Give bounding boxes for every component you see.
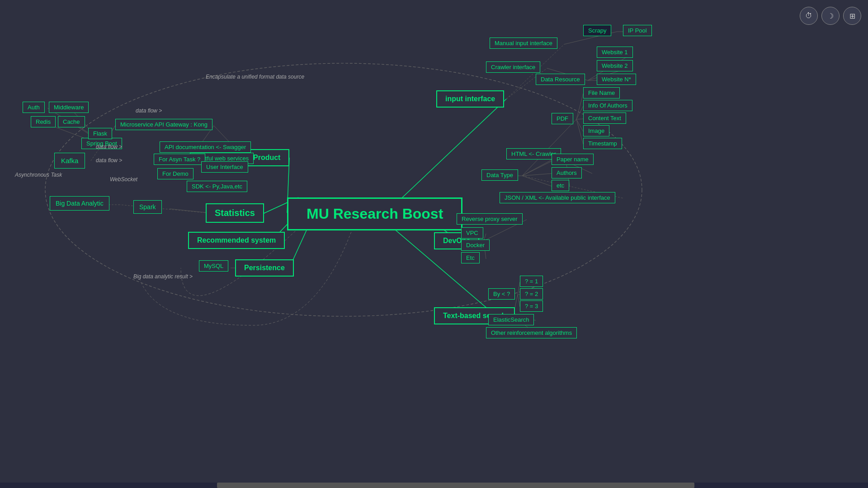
toolbar: ⏱ ☽ ⊞ <box>800 7 861 25</box>
json-xml-node[interactable]: JSON / XML <- Available public interface <box>500 192 615 203</box>
gateway-node[interactable]: Microservice API Gateway : Kong <box>115 119 212 130</box>
data-flow1-label: data flow > <box>136 108 162 114</box>
statistics-node[interactable]: Statistics <box>206 203 264 223</box>
svg-line-40 <box>522 174 552 176</box>
svg-line-33 <box>576 119 583 119</box>
flask-node[interactable]: Flask <box>88 128 112 139</box>
for-asyn-node[interactable]: For Asyn Task ? <box>154 154 205 165</box>
svg-line-34 <box>576 119 583 131</box>
docker-node[interactable]: Docker <box>461 239 490 251</box>
ip-pool-node[interactable]: IP Pool <box>623 25 652 36</box>
recommended-node[interactable]: Recommended system <box>188 232 285 249</box>
website2-node[interactable]: Website 2 <box>597 60 633 71</box>
websocket-label: WebSocket <box>110 176 137 183</box>
etc-node[interactable]: etc <box>552 180 569 191</box>
q1-node[interactable]: ? = 1 <box>520 276 543 287</box>
redis-node[interactable]: Redis <box>31 116 56 127</box>
horizontal-scrollbar[interactable] <box>0 483 868 488</box>
auth-node[interactable]: Auth <box>23 102 45 113</box>
reverse-proxy-node[interactable]: Reverse proxy server <box>457 213 523 225</box>
theme-button[interactable]: ☽ <box>821 7 840 25</box>
crawler-interface-node[interactable]: Crawler interface <box>486 61 540 73</box>
timer-button[interactable]: ⏱ <box>800 7 818 25</box>
q3-node[interactable]: ? = 3 <box>520 300 543 312</box>
svg-line-5 <box>402 99 506 197</box>
api-doc-node[interactable]: API documentation <- Swagger <box>160 141 251 153</box>
paper-name-node[interactable]: Paper name <box>552 154 594 165</box>
content-text-node[interactable]: Content Text <box>583 113 626 124</box>
big-data-node[interactable]: Big Data Analytic <box>50 196 109 211</box>
websiteN-node[interactable]: Website N* <box>597 74 636 85</box>
spark-node[interactable]: Spark <box>133 200 162 214</box>
user-interface-node[interactable]: User Interface <box>201 161 248 173</box>
elasticsearch-node[interactable]: ElasticSearch <box>488 314 534 325</box>
svg-line-39 <box>522 160 552 176</box>
manual-input-node[interactable]: Manual input interface <box>490 38 557 49</box>
scrapy-node[interactable]: Scrapy <box>583 25 611 36</box>
file-name-node[interactable]: File Name <box>583 87 620 99</box>
svg-line-35 <box>576 119 583 144</box>
sdk-node[interactable]: SDK <- Py,Java,etc <box>187 181 247 192</box>
data-resource-node[interactable]: Data Resource <box>536 74 585 85</box>
website1-node[interactable]: Website 1 <box>597 47 633 58</box>
middleware-node[interactable]: Middleware <box>49 102 89 113</box>
info-authors-node[interactable]: Info Of Authors <box>583 100 632 111</box>
big-data-result-label: Big data analytic result > <box>133 273 193 280</box>
by-lt-node[interactable]: By < ? <box>488 288 515 300</box>
image-node[interactable]: Image <box>583 125 609 136</box>
encapsulate-label: Encapsulate a unified format data source <box>206 74 304 80</box>
svg-line-41 <box>522 176 552 186</box>
layout-button[interactable]: ⊞ <box>843 7 861 25</box>
q2-node[interactable]: ? = 2 <box>520 288 543 300</box>
for-demo-node[interactable]: For Demo <box>157 168 193 179</box>
pdf-node[interactable]: PDF <box>552 113 573 124</box>
svg-line-31 <box>576 94 583 119</box>
kafka-node[interactable]: Kafka <box>54 153 85 169</box>
scrollbar-thumb[interactable] <box>217 483 694 488</box>
async-task-label: Asynchronous Task <box>15 172 62 178</box>
timestamp-node[interactable]: Timestamp <box>583 138 622 149</box>
etc2-node[interactable]: Etc <box>461 252 480 263</box>
svg-line-32 <box>576 106 583 119</box>
data-type-node[interactable]: Data Type <box>481 169 518 181</box>
vpc-node[interactable]: VPC <box>461 227 483 239</box>
cache-node[interactable]: Cache <box>58 116 85 127</box>
mysql-node[interactable]: MySQL <box>199 260 228 272</box>
data-flow3-label: data flow > <box>96 157 122 164</box>
input-interface-node[interactable]: input interface <box>436 90 504 108</box>
authors-node[interactable]: Authors <box>552 167 582 178</box>
main-node[interactable]: MU Research Boost <box>287 197 462 230</box>
data-flow2-label: data flow > <box>96 144 122 150</box>
other-algo-node[interactable]: Other reinforcement algorithms <box>486 327 577 338</box>
persistence-node[interactable]: Persistence <box>235 259 294 277</box>
